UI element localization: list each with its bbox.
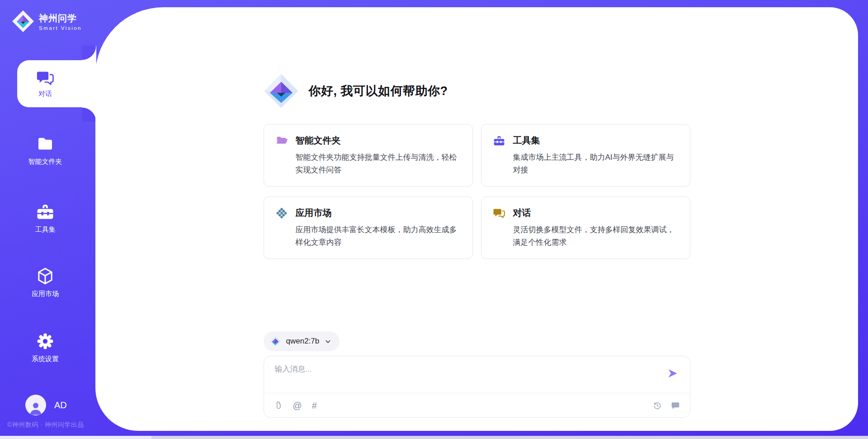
sidebar-item-app-market[interactable]: 应用市场	[0, 267, 90, 298]
content-panel: 你好, 我可以如何帮助你? 智能文件夹 智能文件夹功能支持批量文件上传与清洗，轻…	[95, 7, 858, 431]
greeting-title: 你好, 我可以如何帮助你?	[309, 83, 448, 99]
sidebar-item-settings[interactable]: 系统设置	[0, 332, 90, 363]
card-title: 对话	[513, 207, 531, 219]
card-description: 应用市场提供丰富长文本模板，助力高效生成多样化文章内容	[296, 224, 461, 248]
toolbox-icon	[493, 135, 505, 147]
toolbox-icon	[36, 203, 54, 221]
sidebar-item-label: 系统设置	[32, 355, 59, 363]
composer-toolbar: @ #	[264, 393, 690, 417]
diamond-logo-icon	[270, 336, 281, 347]
card-toolset[interactable]: 工具集 集成市场上主流工具，助力AI与外界无缝扩展与对接	[481, 124, 690, 186]
hash-icon[interactable]: #	[312, 401, 317, 410]
sidebar-item-chat[interactable]: 对话	[17, 60, 96, 107]
user-profile[interactable]: AD	[25, 395, 67, 415]
at-icon[interactable]: @	[293, 401, 302, 410]
diamond-logo-icon	[264, 73, 299, 109]
folder-open-icon	[276, 135, 288, 147]
greeting-section: 你好, 我可以如何帮助你?	[264, 73, 690, 109]
paperclip-icon[interactable]	[274, 401, 283, 410]
sidebar-item-label: 智能文件夹	[28, 157, 62, 166]
app-root: 神州问学 Smart Vision 对话 智能文件夹 工具集 应用市场 系统设置	[0, 0, 868, 439]
history-icon[interactable]	[653, 401, 662, 410]
sidebar-item-label: 对话	[38, 90, 52, 98]
person-icon	[28, 400, 43, 415]
message-input[interactable]	[264, 356, 690, 393]
model-selector[interactable]: qwen2:7b	[264, 331, 340, 351]
gear-icon	[36, 332, 54, 350]
brand-name: 神州问学	[39, 12, 82, 24]
card-title: 智能文件夹	[296, 134, 341, 147]
card-title: 工具集	[513, 134, 540, 147]
user-name: AD	[54, 400, 67, 410]
tab-curve-top	[82, 46, 96, 60]
tab-curve-bottom	[82, 107, 96, 122]
card-app-market[interactable]: 应用市场 应用市场提供丰富长文本模板，助力高效生成多样化文章内容	[264, 196, 473, 259]
chat-bubble-icon[interactable]	[671, 401, 680, 410]
card-description: 灵活切换多模型文件，支持多样回复效果调试，满足个性化需求	[513, 224, 678, 248]
card-smart-folder[interactable]: 智能文件夹 智能文件夹功能支持批量文件上传与清洗，轻松实现文件问答	[264, 124, 473, 186]
card-description: 智能文件夹功能支持批量文件上传与清洗，轻松实现文件问答	[296, 151, 461, 176]
send-icon[interactable]	[667, 368, 678, 379]
card-description: 集成市场上主流工具，助力AI与外界无缝扩展与对接	[513, 151, 678, 176]
folder-icon	[36, 135, 54, 153]
avatar	[25, 395, 46, 415]
sidebar-item-label: 应用市场	[32, 290, 59, 298]
message-composer: @ #	[264, 356, 690, 418]
card-title: 应用市场	[296, 207, 332, 219]
sidebar-item-label: 工具集	[35, 225, 56, 234]
feature-cards: 智能文件夹 智能文件夹功能支持批量文件上传与清洗，轻松实现文件问答 工具集 集成…	[264, 124, 690, 259]
card-chat[interactable]: 对话 灵活切换多模型文件，支持多样回复效果调试，满足个性化需求	[481, 196, 690, 259]
sidebar-item-smart-folder[interactable]: 智能文件夹	[0, 135, 90, 166]
cube-icon	[36, 267, 54, 285]
copyright-footer: ©神州数码 · 神州问学出品	[7, 421, 84, 429]
brand-subtitle: Smart Vision	[39, 25, 82, 31]
brand-diamond-logo-icon	[12, 10, 34, 33]
chat-bubbles-icon	[493, 207, 505, 219]
sidebar-item-toolset[interactable]: 工具集	[0, 203, 90, 234]
model-name: qwen2:7b	[286, 337, 320, 346]
window-bottom-edge	[0, 436, 868, 439]
grid-icon	[276, 207, 288, 219]
chat-bubbles-icon	[37, 69, 54, 86]
chevron-down-icon	[325, 338, 331, 345]
brand: 神州问学 Smart Vision	[12, 10, 82, 33]
